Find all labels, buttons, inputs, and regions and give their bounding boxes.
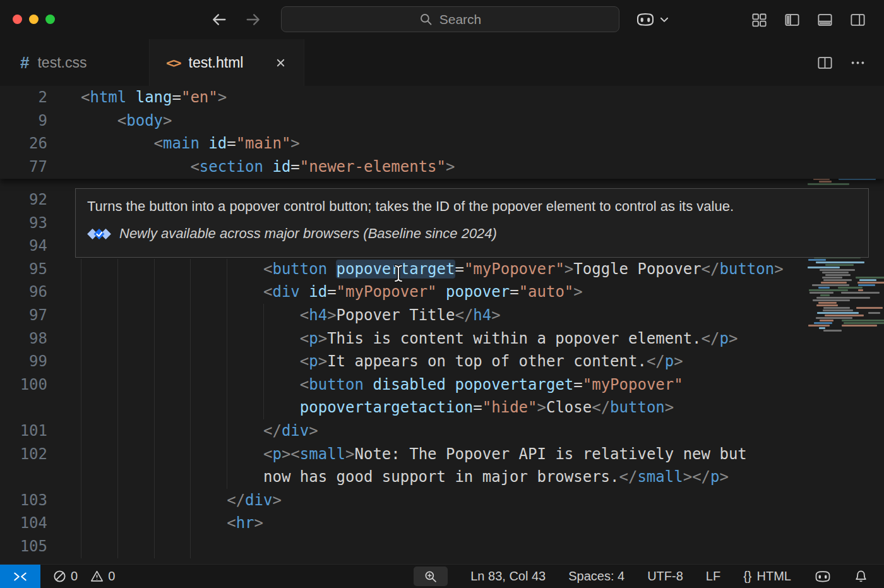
code-line[interactable]: <p>It appears on top of other content.</…: [63, 350, 683, 373]
code-row: 96 <div id="myPopover" popover="auto">: [0, 280, 884, 304]
eol-status[interactable]: LF: [706, 569, 720, 584]
code-row: 98 <p>This is content within a popover e…: [0, 327, 884, 351]
warning-count: 0: [108, 569, 115, 584]
history-navigation: [208, 9, 264, 30]
line-number: 94: [0, 234, 63, 258]
line-number: 98: [0, 327, 63, 351]
code-row: 26 <main id="main">: [0, 132, 884, 155]
code-line[interactable]: <body>: [63, 109, 172, 133]
indentation-status[interactable]: Spaces: 4: [568, 569, 624, 584]
toggle-secondary-sidebar-button[interactable]: [849, 11, 866, 28]
back-button[interactable]: [208, 9, 230, 30]
arrow-left-icon: [210, 11, 228, 28]
status-bar-right: Ln 83, Col 43 Spaces: 4 UTF-8 LF {} HTML: [414, 567, 884, 586]
line-number: 93: [0, 212, 63, 235]
ellipsis-icon: [849, 54, 866, 71]
copilot-icon: [814, 569, 832, 584]
code-line[interactable]: <main id="main">: [63, 132, 300, 155]
sticky-scroll: 2<html lang="en">9 <body>26 <main id="ma…: [0, 86, 884, 179]
code-line[interactable]: <div id="myPopover" popover="auto">: [63, 280, 583, 304]
customize-layout-button[interactable]: [750, 11, 768, 28]
line-number: 102: [0, 443, 63, 466]
close-tab-button[interactable]: [274, 56, 287, 69]
code-row: 95 <button popovertarget="myPopover">Tog…: [0, 258, 884, 281]
titlebar: Search: [0, 0, 884, 39]
code-line[interactable]: <html lang="en">: [63, 86, 227, 109]
toggle-panel-button[interactable]: [816, 11, 833, 28]
code-row: 101 </div>: [0, 419, 884, 443]
code-line[interactable]: <button disabled popovertarget="myPopove…: [63, 373, 683, 397]
code-row: 97 <h4>Popover Title</h4>: [0, 304, 884, 327]
editor-actions: [816, 39, 866, 86]
line-number: 105: [0, 535, 63, 558]
cursor-position-status[interactable]: Ln 83, Col 43: [470, 569, 546, 584]
sidebar-right-icon: [849, 11, 866, 28]
layout-grid-icon: [751, 11, 768, 28]
error-count: 0: [71, 569, 78, 584]
copilot-menu-button[interactable]: [635, 11, 670, 28]
code-row: 103 </div>: [0, 489, 884, 512]
code-line[interactable]: now has good support in major browsers.<…: [63, 465, 729, 489]
code-row: 77 <section id="newer-elements">: [0, 155, 884, 179]
window-controls: [13, 15, 55, 24]
tab-test-html[interactable]: <> test.html: [150, 39, 304, 86]
tab-test-css[interactable]: # test.css: [0, 39, 150, 86]
problems-status[interactable]: 0 0: [53, 569, 115, 584]
line-number: 9: [0, 109, 63, 133]
code-row: now has good support in major browsers.<…: [0, 465, 884, 489]
line-number: 100: [0, 373, 63, 397]
search-command-center[interactable]: Search: [281, 6, 619, 32]
tooltip-description: Turns the button into a popover control …: [87, 198, 857, 215]
panel-bottom-icon: [816, 11, 833, 28]
code-line[interactable]: popovertargetaction="hide">Close</button…: [63, 396, 674, 419]
code-row: 105: [0, 535, 884, 558]
code-row: 99 <p>It appears on top of other content…: [0, 350, 884, 373]
language-mode-status[interactable]: {} HTML: [743, 569, 791, 584]
language-label: HTML: [757, 569, 791, 584]
code-line[interactable]: [63, 535, 81, 558]
baseline-icon: [87, 227, 111, 241]
magnifier-plus-icon: [424, 570, 438, 584]
code-row: popovertargetaction="hide">Close</button…: [0, 396, 884, 419]
error-icon: [53, 570, 66, 583]
html-file-icon: <>: [166, 55, 181, 71]
forward-button[interactable]: [242, 9, 264, 30]
line-number: 96: [0, 280, 63, 304]
line-number: 103: [0, 489, 63, 512]
minimize-window-button[interactable]: [29, 15, 39, 24]
copilot-status[interactable]: [814, 569, 832, 584]
vscode-window: Search # t: [0, 0, 884, 588]
split-editor-icon: [816, 54, 833, 71]
search-icon: [419, 13, 433, 26]
code-line[interactable]: <p><small>Note: The Popover API is relat…: [63, 443, 747, 466]
baseline-status-text: Newly available across major browsers (B…: [119, 225, 497, 242]
split-editor-button[interactable]: [816, 54, 833, 71]
code-line[interactable]: <section id="newer-elements">: [63, 155, 455, 179]
tab-label-html: test.html: [189, 54, 244, 71]
code-line[interactable]: </div>: [63, 489, 282, 512]
zoom-status-button[interactable]: [414, 567, 448, 586]
code-line[interactable]: </div>: [63, 419, 318, 443]
code-line[interactable]: <h4>Popover Title</h4>: [63, 304, 501, 327]
code-line[interactable]: <hr>: [63, 512, 263, 535]
close-window-button[interactable]: [13, 15, 22, 24]
encoding-status[interactable]: UTF-8: [647, 569, 683, 584]
hover-tooltip: Turns the button into a popover control …: [75, 188, 869, 258]
warning-icon: [90, 570, 104, 583]
remote-icon: [13, 571, 28, 582]
maximize-window-button[interactable]: [45, 15, 55, 24]
text-cursor-pointer: [393, 264, 404, 283]
status-bar: 0 0 Ln 83, Col 43 Spaces: 4 UTF-8 LF {} …: [0, 564, 884, 588]
toggle-primary-sidebar-button[interactable]: [783, 11, 801, 28]
arrow-right-icon: [244, 11, 262, 28]
remote-indicator[interactable]: [0, 565, 40, 588]
tab-label-css: test.css: [37, 54, 87, 71]
more-actions-button[interactable]: [849, 54, 866, 71]
code-line[interactable]: <button popovertarget="myPopover">Toggle…: [63, 258, 784, 281]
code-line[interactable]: <p>This is content within a popover elem…: [63, 327, 738, 351]
notifications-button[interactable]: [854, 570, 868, 583]
line-number: 2: [0, 86, 63, 109]
line-number: 104: [0, 512, 63, 535]
code-row: 102 <p><small>Note: The Popover API is r…: [0, 443, 884, 466]
search-placeholder: Search: [439, 12, 482, 27]
